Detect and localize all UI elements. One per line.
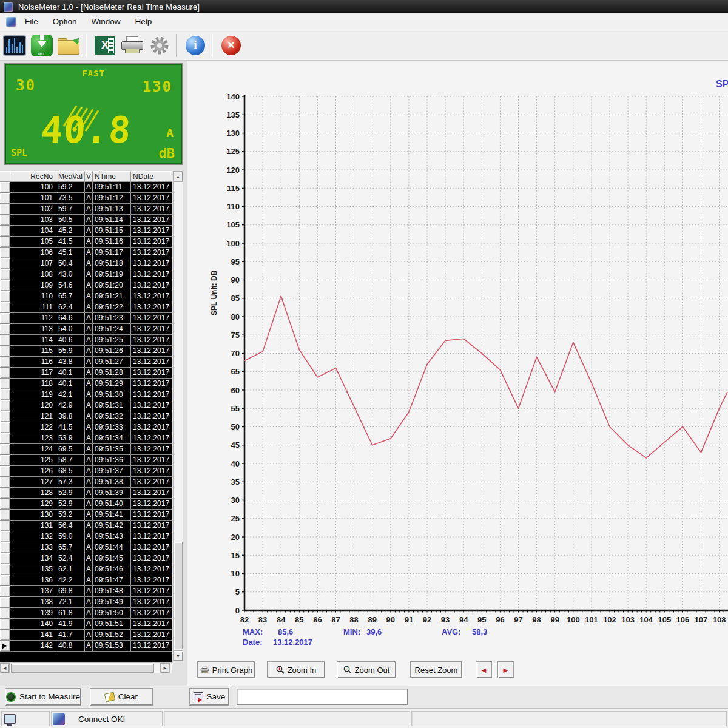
print-button[interactable] <box>120 33 145 58</box>
table-cell: 117 <box>10 368 56 378</box>
row-header-cell <box>0 586 10 596</box>
table-row[interactable]: 11643.8A09:51:2713.12.2017 <box>0 357 172 368</box>
table-cell: A <box>85 542 93 553</box>
table-row[interactable]: 13642.2A09:51:4713.12.2017 <box>0 575 172 586</box>
max-label: MAX: <box>243 627 263 636</box>
table-row[interactable]: 10750.4A09:51:1813.12.2017 <box>0 258 172 269</box>
table-row[interactable]: 13769.8A09:51:4813.12.2017 <box>0 586 172 597</box>
table-row[interactable]: 10059.2A09:51:1113.12.2017 <box>0 182 172 193</box>
table-horizontal-scroll-thumb[interactable] <box>11 664 154 673</box>
export-excel-button[interactable]: X <box>92 33 118 58</box>
table-row[interactable]: 12952.9A09:51:4013.12.2017 <box>0 499 172 510</box>
table-cell: 13.12.2017 <box>131 619 172 629</box>
table-cell: A <box>85 226 93 236</box>
table-row[interactable]: 10173.5A09:51:1213.12.2017 <box>0 193 172 204</box>
menu-file[interactable]: File <box>19 15 44 28</box>
table-row[interactable]: 10645.1A09:51:1713.12.2017 <box>0 248 172 258</box>
table-cell: 55.9 <box>56 346 85 356</box>
table-cell: 13.12.2017 <box>131 521 172 531</box>
svg-text:135: 135 <box>226 110 240 120</box>
table-row[interactable]: 13053.2A09:51:4113.12.2017 <box>0 510 172 521</box>
table-row[interactable]: 13452.4A09:51:4513.12.2017 <box>0 553 172 564</box>
table-vertical-scroll-thumb[interactable] <box>174 542 183 649</box>
table-row[interactable]: 12852.9A09:51:3913.12.2017 <box>0 488 172 499</box>
table-row[interactable]: 11162.4A09:51:2213.12.2017 <box>0 302 172 313</box>
table-cell: A <box>85 258 93 269</box>
table-row[interactable]: 11942.1A09:51:3013.12.2017 <box>0 389 172 400</box>
table-row[interactable]: 11740.1A09:51:2813.12.2017 <box>0 368 172 379</box>
zoom-in-button[interactable]: Zoom In <box>267 661 325 678</box>
table-row[interactable]: 10445.2A09:51:1513.12.2017 <box>0 226 172 237</box>
table-row[interactable]: 10954.6A09:51:2013.12.2017 <box>0 280 172 291</box>
mdi-child-icon[interactable] <box>6 17 16 27</box>
pan-left-button[interactable]: ◄ <box>476 661 492 678</box>
menu-option[interactable]: Option <box>47 15 83 28</box>
svg-text:130: 130 <box>226 129 240 138</box>
waveform-display-button[interactable] <box>2 33 27 58</box>
table-scroll-down-button[interactable]: ▼ <box>173 650 183 661</box>
table-scroll-up-button[interactable]: ▲ <box>173 171 183 182</box>
table-row[interactable]: 11264.6A09:51:2313.12.2017 <box>0 313 172 324</box>
start-to-measure-button[interactable]: Start to Measure <box>5 688 81 706</box>
table-row[interactable]: 13961.8A09:51:5013.12.2017 <box>0 608 172 619</box>
table-row[interactable]: 12757.3A09:51:3813.12.2017 <box>0 477 172 488</box>
table-cell: A <box>85 531 93 542</box>
info-button[interactable]: i <box>183 33 208 58</box>
table-row[interactable]: 13365.7A09:51:4413.12.2017 <box>0 542 172 553</box>
table-row[interactable]: 11555.9A09:51:2613.12.2017 <box>0 346 172 357</box>
open-file-button[interactable] <box>56 33 82 58</box>
lcd-unit-label: dB <box>159 146 175 161</box>
table-row[interactable]: 13156.4A09:51:4213.12.2017 <box>0 521 172 531</box>
table-row[interactable]: 13562.1A09:51:4613.12.2017 <box>0 564 172 575</box>
reset-zoom-button[interactable]: Reset Zoom <box>410 661 462 678</box>
table-row[interactable]: 10350.5A09:51:1413.12.2017 <box>0 215 172 226</box>
column-header-ntime[interactable]: NTime <box>93 171 131 182</box>
table-row[interactable]: 12668.5A09:51:3713.12.2017 <box>0 466 172 477</box>
table-row[interactable]: 14041.9A09:51:5113.12.2017 <box>0 619 172 630</box>
table-row[interactable]: 10259.7A09:51:1313.12.2017 <box>0 204 172 215</box>
table-row[interactable]: 12241.5A09:51:3313.12.2017 <box>0 422 172 433</box>
column-header-recno[interactable]: RecNo <box>10 171 56 182</box>
table-row[interactable]: 14141.7A09:51:5213.12.2017 <box>0 630 172 641</box>
pan-right-button[interactable]: ► <box>497 661 514 678</box>
table-row[interactable]: 12353.9A09:51:3413.12.2017 <box>0 433 172 444</box>
column-header-ndate[interactable]: NDate <box>131 171 172 182</box>
table-row[interactable]: 11840.1A09:51:2913.12.2017 <box>0 379 172 389</box>
table-row[interactable]: 11065.7A09:51:2113.12.2017 <box>0 291 172 302</box>
menu-help[interactable]: Help <box>130 15 158 28</box>
column-header-v[interactable]: V <box>85 171 93 182</box>
table-cell: A <box>85 564 93 575</box>
table-row[interactable]: 12558.7A09:51:3613.12.2017 <box>0 455 172 466</box>
table-row[interactable]: 11354.0A09:51:2413.12.2017 <box>0 324 172 335</box>
column-header-meaval[interactable]: MeaVal <box>56 171 85 182</box>
table-row[interactable]: 11440.6A09:51:2513.12.2017 <box>0 335 172 346</box>
menu-window[interactable]: Window <box>86 15 126 28</box>
table-scroll-right-button[interactable]: ► <box>160 663 170 673</box>
table-cell: A <box>85 291 93 302</box>
zoom-out-button[interactable]: Zoom Out <box>337 661 396 678</box>
title-bar[interactable]: NoiseMeter 1.0 - [NoiseMeter Real Time M… <box>0 0 728 13</box>
table-row[interactable]: 12469.5A09:51:3513.12.2017 <box>0 444 172 455</box>
table-row[interactable]: 13872.1A09:51:4913.12.2017 <box>0 597 172 608</box>
table-body[interactable]: 10059.2A09:51:1113.12.201710173.5A09:51:… <box>0 182 172 662</box>
settings-button[interactable] <box>147 33 172 58</box>
filename-input[interactable] <box>237 689 408 705</box>
lcd-spl-label: SPL <box>11 147 27 158</box>
table-row[interactable]: 12042.9A09:51:3113.12.2017 <box>0 400 172 411</box>
table-row[interactable]: 13259.0A09:51:4313.12.2017 <box>0 531 172 542</box>
table-cell: A <box>85 346 93 356</box>
table-cell: 59.2 <box>56 182 85 192</box>
exit-button[interactable]: ✕ <box>218 33 244 58</box>
clear-button[interactable]: Clear <box>90 688 153 706</box>
download-from-device-button[interactable]: PCL <box>29 33 55 58</box>
table-row[interactable]: 12139.8A09:51:3213.12.2017 <box>0 411 172 422</box>
svg-text:91: 91 <box>405 615 413 624</box>
table-row[interactable]: 10843.0A09:51:1913.12.2017 <box>0 269 172 280</box>
print-graph-button[interactable]: Print Graph <box>197 661 255 678</box>
table-row[interactable]: 14240.8A09:51:5313.12.2017 <box>0 641 172 652</box>
table-cell: 13.12.2017 <box>131 193 172 203</box>
save-button[interactable]: Save <box>189 688 229 706</box>
table-row[interactable]: 10541.5A09:51:1613.12.2017 <box>0 237 172 248</box>
table-scroll-left-button[interactable]: ◄ <box>0 663 10 673</box>
table-cell: 13.12.2017 <box>131 553 172 564</box>
